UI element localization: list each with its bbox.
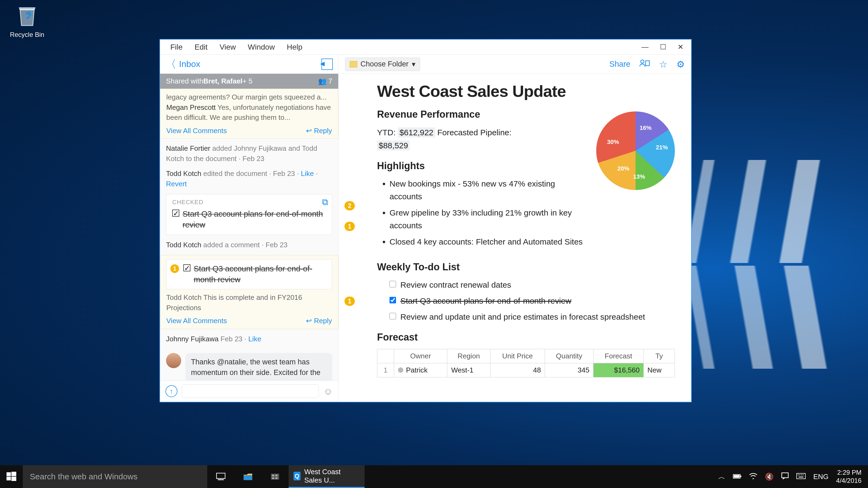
like-link[interactable]: Like (301, 169, 314, 177)
clock-time: 2:29 PM (836, 468, 862, 477)
cell-unit-price[interactable]: 48 (490, 363, 545, 377)
chevron-down-icon: ▾ (412, 60, 415, 69)
cell-region[interactable]: West-1 (447, 363, 490, 377)
shared-count: 👥 7 (318, 77, 332, 85)
people-icon[interactable] (640, 59, 650, 69)
comment-input[interactable] (182, 384, 319, 398)
todo-item: Review contract renewal dates (390, 279, 675, 291)
col-header: Region (447, 349, 490, 363)
menu-window[interactable]: Window (242, 43, 281, 52)
author-name: Megan Prescott (166, 103, 216, 111)
clock-date: 4/4/2016 (836, 477, 862, 485)
taskbar-search[interactable]: Search the web and Windows (23, 465, 207, 488)
menu-file[interactable]: File (164, 43, 188, 52)
activity-todd-edit: Todd Kotch edited the document · Feb 23 … (160, 169, 338, 194)
emoji-button[interactable]: ☺ (323, 386, 333, 397)
cell-quantity[interactable]: 345 (545, 363, 593, 377)
pie-label: 21% (656, 144, 668, 151)
cell-owner[interactable]: Patrick (394, 363, 447, 377)
like-link[interactable]: Like (248, 335, 261, 343)
menu-edit[interactable]: Edit (188, 43, 214, 52)
gear-icon[interactable]: ⚙ (677, 59, 685, 70)
cell-forecast[interactable]: $16,560 (593, 363, 643, 377)
todo-checkbox[interactable] (390, 281, 396, 287)
shared-names: Bret, Rafael (203, 77, 243, 86)
todo-checkbox[interactable] (390, 313, 396, 319)
todo-list: Review contract renewal dates Start Q3 a… (377, 279, 675, 323)
language-indicator[interactable]: ENG (813, 473, 828, 481)
menu-help[interactable]: Help (281, 43, 308, 52)
reply-button[interactable]: Reply (306, 317, 332, 325)
desktop-icon-recycle-bin[interactable]: Recycle Bin (8, 5, 46, 38)
shared-with-bar[interactable]: Shared with Bret, Rafael + 5 👥 7 (160, 74, 338, 89)
view-all-comments-link[interactable]: View All Comments (166, 127, 227, 135)
svg-rect-20 (799, 475, 800, 475)
clock[interactable]: 2:29 PM 4/4/2016 (836, 468, 862, 485)
table-header-row: Owner Region Unit Price Quantity Forecas… (377, 349, 675, 363)
svg-rect-10 (272, 475, 274, 476)
highlights-list: New bookings mix - 53% new vs 47% existi… (377, 177, 588, 248)
minimize-button[interactable]: — (642, 43, 649, 51)
menu-view[interactable]: View (214, 43, 242, 52)
task-view-button[interactable] (207, 465, 235, 488)
windows-logo-icon (6, 472, 16, 482)
legacy-text: legacy agreements? Our margin gets squee… (166, 92, 332, 102)
author-name: Johnny Fujikawa (166, 335, 219, 343)
shared-prefix: Shared with (166, 77, 203, 86)
collapse-sidebar-button[interactable] (321, 59, 333, 70)
close-button[interactable]: ✕ (678, 43, 684, 51)
todo-item: Review and update unit and price estimat… (390, 311, 675, 323)
share-button[interactable]: Share (610, 60, 630, 69)
view-all-comments-link[interactable]: View All Comments (166, 317, 227, 325)
inbox-label[interactable]: Inbox (179, 59, 200, 69)
upload-button[interactable]: ↑ (165, 385, 177, 397)
star-icon[interactable]: ☆ (659, 59, 667, 70)
cell-type[interactable]: New (643, 363, 675, 377)
svg-rect-11 (275, 475, 278, 476)
back-button[interactable]: 〈 (165, 57, 176, 72)
comment-badge[interactable]: 1 (344, 222, 355, 231)
revert-link[interactable]: Revert (166, 180, 187, 188)
taskbar-app-title: West Coast Sales U... (304, 468, 360, 485)
svg-rect-2 (6, 472, 11, 476)
start-button[interactable] (0, 465, 23, 488)
svg-rect-22 (803, 475, 803, 475)
pie-label: 13% (633, 173, 645, 180)
svg-rect-7 (218, 479, 224, 480)
svg-rect-21 (801, 475, 802, 475)
revenue-line: YTD: $612,922 Forecasted Pipeline: $88,5… (377, 126, 588, 152)
comment-badge[interactable]: 2 (344, 201, 355, 210)
svg-rect-4 (6, 477, 11, 480)
todo-heading: Weekly To-do List (377, 261, 675, 273)
author-name: Todd Kotch (166, 293, 202, 301)
action-center-icon[interactable] (781, 472, 789, 481)
file-explorer-button[interactable] (235, 465, 261, 488)
author-name: Todd Kotch (166, 169, 201, 177)
pie-label: 20% (617, 165, 629, 172)
shared-plus: + 5 (243, 77, 252, 86)
chat-message: Thanks @natalie, the west team has momen… (160, 349, 338, 380)
open-in-doc-icon[interactable]: ⧉ (322, 197, 328, 207)
battery-icon[interactable] (733, 473, 742, 481)
maximize-button[interactable]: ☐ (660, 43, 666, 51)
quoted-task: Start Q3 account plans for end-of-month … (166, 259, 332, 289)
list-item: Grew pipeline by 33% including 21% growt… (390, 206, 588, 232)
volume-icon[interactable]: 🔇 (765, 473, 774, 481)
choose-folder-label: Choose Folder (361, 60, 408, 68)
wifi-icon[interactable] (749, 473, 757, 481)
revenue-heading: Revenue Performance (377, 109, 588, 120)
svg-point-0 (641, 60, 644, 63)
choose-folder-button[interactable]: Choose Folder ▾ (345, 58, 420, 71)
todo-checkbox[interactable] (390, 297, 396, 303)
highlights-heading: Highlights (377, 160, 588, 172)
reply-button[interactable]: Reply (306, 127, 332, 135)
taskbar-app-generic[interactable] (261, 465, 289, 488)
svg-rect-19 (798, 475, 799, 475)
activity-todd-add: Todd Kotch added a comment · Feb 23 (160, 235, 338, 255)
tray-expand-icon[interactable]: ︿ (718, 472, 725, 482)
taskbar-app-quip[interactable]: Q West Coast Sales U... (289, 465, 365, 488)
comment-badge[interactable]: 1 (344, 297, 355, 306)
keyboard-icon[interactable] (796, 473, 806, 481)
col-header (377, 349, 394, 363)
avatar (166, 353, 181, 368)
